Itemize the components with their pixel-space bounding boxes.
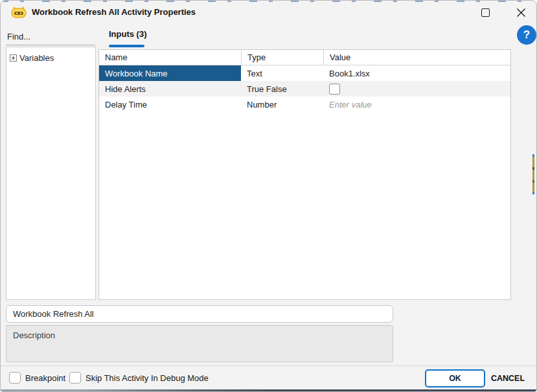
description-input[interactable] bbox=[6, 325, 393, 362]
title-bar: Workbook Refresh All Activity Properties bbox=[1, 1, 536, 24]
skip-debug-checkbox[interactable] bbox=[69, 372, 81, 384]
tab-active-indicator bbox=[109, 45, 144, 47]
cell-type: True False bbox=[241, 81, 323, 97]
table-row-workbook-name[interactable]: Workbook Name Text Book1.xlsx bbox=[99, 65, 510, 81]
cell-name[interactable]: Delay Time bbox=[99, 97, 241, 112]
cell-value-checkbox-wrap bbox=[323, 81, 510, 97]
activity-name-input[interactable] bbox=[6, 305, 393, 323]
ok-button[interactable]: OK bbox=[425, 369, 485, 387]
close-icon bbox=[516, 8, 526, 17]
tree-item-label: Variables bbox=[19, 53, 54, 63]
cell-name-selected[interactable]: Workbook Name bbox=[99, 65, 241, 81]
cell-type: Number bbox=[241, 97, 323, 112]
maximize-button[interactable] bbox=[474, 5, 496, 20]
footer-bar: Breakpoint Skip This Activity In Debug M… bbox=[1, 365, 536, 389]
maximize-icon bbox=[481, 8, 490, 17]
table-header-row: Name Type Value bbox=[99, 50, 510, 65]
variables-tree-panel: Variables bbox=[6, 47, 96, 300]
close-button[interactable] bbox=[510, 5, 532, 20]
tree-item-variables[interactable]: Variables bbox=[6, 47, 95, 63]
cell-type: Text bbox=[241, 65, 323, 81]
table-row-hide-alerts[interactable]: Hide Alerts True False bbox=[99, 81, 510, 97]
column-header-value[interactable]: Value bbox=[323, 50, 510, 65]
table-row-delay-time[interactable]: Delay Time Number Enter value bbox=[99, 97, 510, 112]
breakpoint-checkbox[interactable] bbox=[9, 372, 21, 384]
background-app-top-artifact bbox=[1, 1, 536, 2]
inputs-table: Name Type Value Workbook Name Text Book1… bbox=[98, 49, 511, 300]
cell-value-placeholder[interactable]: Enter value bbox=[323, 97, 510, 112]
column-header-type[interactable]: Type bbox=[241, 50, 323, 65]
column-header-name[interactable]: Name bbox=[99, 50, 241, 65]
hide-alerts-checkbox[interactable] bbox=[329, 84, 340, 95]
cell-name[interactable]: Hide Alerts bbox=[99, 81, 241, 97]
breakpoint-label: Breakpoint bbox=[25, 373, 65, 383]
find-input[interactable] bbox=[6, 28, 95, 45]
background-app-right-artifact bbox=[532, 154, 534, 194]
help-button[interactable]: ? bbox=[517, 25, 536, 45]
bot-icon bbox=[10, 6, 27, 19]
skip-debug-label: Skip This Activity In Debug Mode bbox=[86, 373, 209, 383]
activity-properties-dialog: Workbook Refresh All Activity Properties… bbox=[0, 0, 537, 392]
tree-expand-icon[interactable] bbox=[10, 54, 17, 62]
question-mark-icon: ? bbox=[523, 29, 530, 41]
window-bottom-edge bbox=[1, 389, 536, 391]
cancel-button[interactable]: CANCEL bbox=[488, 369, 528, 387]
cell-value-text[interactable]: Book1.xlsx bbox=[323, 65, 510, 81]
window-title: Workbook Refresh All Activity Properties bbox=[32, 7, 196, 17]
